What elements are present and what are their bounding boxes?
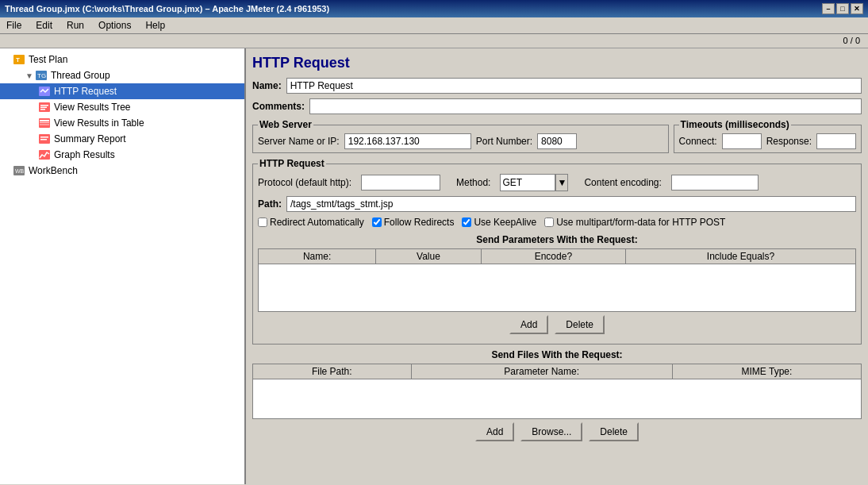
web-server-fieldset: Web Server Server Name or IP: Port Numbe… <box>252 119 669 153</box>
comments-label: Comments: <box>252 101 305 112</box>
port-input[interactable] <box>537 133 577 149</box>
keepalive-checkbox[interactable] <box>462 217 471 227</box>
tree-item-testplan[interactable]: T Test Plan <box>0 52 244 67</box>
redirect-checkbox[interactable] <box>258 217 267 227</box>
svg-rect-12 <box>40 125 49 125</box>
tree-label-threadgroup: Thread Group <box>51 70 110 81</box>
minimize-button[interactable]: – <box>822 3 835 14</box>
testplan-icon: T <box>13 53 25 66</box>
files-add-button[interactable]: Add <box>475 422 514 441</box>
redirect-label: Redirect Automatically <box>270 217 364 228</box>
svg-rect-16 <box>39 150 50 160</box>
menu-help[interactable]: Help <box>142 19 168 32</box>
params-section: Send Parameters With the Request: Name: … <box>258 234 856 334</box>
path-row: Path: <box>258 196 856 212</box>
menu-run[interactable]: Run <box>63 19 87 32</box>
maximize-button[interactable]: □ <box>836 3 849 14</box>
params-delete-button[interactable]: Delete <box>555 315 605 334</box>
files-title: Send Files With the Request: <box>252 349 862 360</box>
connect-input[interactable] <box>722 133 762 149</box>
tree-item-summaryreport[interactable]: Summary Report <box>0 131 244 147</box>
summaryreport-icon <box>38 133 51 145</box>
params-add-button[interactable]: Add <box>509 315 548 334</box>
files-col-mime: MIME Type: <box>672 364 861 379</box>
name-input[interactable] <box>286 78 862 94</box>
tree-item-viewresultstree[interactable]: View Results Tree <box>0 99 244 115</box>
connect-label: Connect: <box>679 136 717 147</box>
files-col-param: Parameter Name: <box>411 364 672 379</box>
svg-text:T: T <box>16 56 20 64</box>
multipart-checkbox[interactable] <box>544 217 554 227</box>
counter-display: 0 / 0 <box>843 36 860 45</box>
menu-bar: File Edit Run Options Help <box>0 17 868 34</box>
tree-expand-threadgroup: ▼ <box>25 71 33 80</box>
comments-input[interactable] <box>309 98 862 114</box>
window-title: Thread Group.jmx (C:\works\Thread Group.… <box>5 4 329 13</box>
viewresultsintable-icon <box>38 117 51 129</box>
tree-label-workbench: WorkBench <box>29 165 78 176</box>
tree-item-viewresultsintable[interactable]: View Results in Table <box>0 115 244 131</box>
params-col-includes: Include Equals? <box>626 249 856 264</box>
menu-options[interactable]: Options <box>95 19 134 32</box>
method-dropdown[interactable]: GET <box>500 174 555 191</box>
method-dropdown-arrow[interactable]: ▼ <box>555 174 568 191</box>
tree-panel: T Test Plan ▼ TG Thread Group HTTP Reque… <box>0 48 246 484</box>
files-browse-button[interactable]: Browse... <box>520 422 582 441</box>
encoding-input[interactable] <box>671 175 759 191</box>
method-label: Method: <box>456 177 490 188</box>
tree-item-workbench[interactable]: WB WorkBench <box>0 163 244 179</box>
files-delete-button[interactable]: Delete <box>589 422 639 441</box>
params-empty-row <box>259 264 856 312</box>
protocol-input[interactable] <box>361 175 440 191</box>
content-area: HTTP Request Name: Comments: Web Server … <box>246 48 868 451</box>
tree-item-threadgroup[interactable]: ▼ TG Thread Group <box>0 67 244 83</box>
tree-item-httprequest[interactable]: HTTP Request <box>0 83 244 99</box>
tree-label-graphresults: Graph Results <box>54 149 115 160</box>
path-input[interactable] <box>286 196 856 212</box>
menu-edit[interactable]: Edit <box>33 19 56 32</box>
svg-rect-6 <box>40 105 48 106</box>
params-col-name: Name: <box>259 249 376 264</box>
svg-rect-8 <box>40 109 45 110</box>
keepalive-checkbox-item: Use KeepAlive <box>462 217 536 228</box>
title-bar: Thread Group.jmx (C:\works\Thread Group.… <box>0 0 868 17</box>
follow-checkbox[interactable] <box>372 217 382 227</box>
workbench-icon: WB <box>13 164 25 177</box>
server-input[interactable] <box>344 133 471 149</box>
params-col-value: Value <box>376 249 482 264</box>
web-server-legend: Web Server <box>258 119 313 130</box>
comments-row: Comments: <box>252 98 862 114</box>
timeouts-legend: Timeouts (milliseconds) <box>679 119 791 130</box>
httprequest-icon <box>38 85 51 98</box>
name-label: Name: <box>252 80 282 91</box>
threadgroup-icon: TG <box>35 69 48 82</box>
name-row: Name: <box>252 78 862 94</box>
tree-label-viewresultsintable: View Results in Table <box>54 117 144 129</box>
keepalive-label: Use KeepAlive <box>474 217 536 228</box>
method-value: GET <box>502 177 522 188</box>
svg-rect-11 <box>40 122 49 123</box>
server-row: Server Name or IP: Port Number: <box>258 133 663 149</box>
params-title: Send Parameters With the Request: <box>258 234 856 245</box>
close-button[interactable]: ✕ <box>851 3 863 14</box>
page-title: HTTP Request <box>252 55 862 71</box>
method-dropdown-container: GET ▼ <box>500 174 568 191</box>
right-panel: HTTP Request Name: Comments: Web Server … <box>246 48 868 484</box>
timeouts-fieldset: Timeouts (milliseconds) Connect: Respons… <box>674 119 862 153</box>
http-request-fieldset: HTTP Request Protocol (default http): Me… <box>252 158 862 345</box>
server-label: Server Name or IP: <box>258 136 340 147</box>
multipart-label: Use multipart/form-data for HTTP POST <box>556 217 725 228</box>
svg-rect-15 <box>40 139 47 140</box>
server-timeouts-row: Web Server Server Name or IP: Port Numbe… <box>252 119 862 153</box>
tree-label-httprequest: HTTP Request <box>54 86 117 97</box>
svg-rect-7 <box>40 107 47 109</box>
files-col-path: File Path: <box>253 364 412 379</box>
tree-item-graphresults[interactable]: Graph Results <box>0 147 244 163</box>
tree-label-testplan: Test Plan <box>29 54 67 65</box>
path-label: Path: <box>258 198 282 210</box>
response-input[interactable] <box>816 133 856 149</box>
port-label: Port Number: <box>476 136 532 147</box>
params-col-encode: Encode? <box>481 249 625 264</box>
menu-file[interactable]: File <box>3 19 25 32</box>
viewresultstree-icon <box>38 101 51 114</box>
